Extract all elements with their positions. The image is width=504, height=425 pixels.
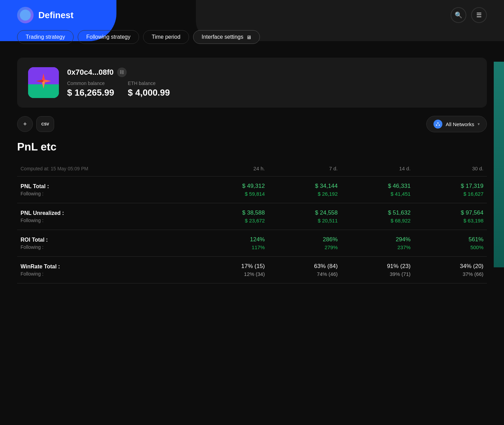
row-value-cell: 63% (84) 74% (46) xyxy=(268,257,341,283)
row-value-cell: $ 97,564 $ 63,198 xyxy=(414,203,487,230)
value-main: $ 46,331 xyxy=(388,183,411,190)
balance-row: Common balance $ 16,265.99 ETH balance $… xyxy=(67,81,170,98)
value-main: 294% xyxy=(396,236,411,243)
value-sub: 279% xyxy=(325,244,338,250)
row-label-main: PNL Unrealized : xyxy=(21,210,192,216)
row-value-cell: 561% 500% xyxy=(414,230,487,257)
external-link-icon: ⛓ xyxy=(119,70,124,75)
value-sub: $ 26,192 xyxy=(318,191,338,197)
value-main: 63% (84) xyxy=(314,263,338,270)
value-main: 91% (23) xyxy=(387,263,411,270)
plus-icon: + xyxy=(23,121,27,128)
csv-export-button[interactable]: CSV xyxy=(36,116,54,132)
computed-label: Computed at: 15 May 05:09 PM xyxy=(21,166,88,171)
row-label-sub: Following : xyxy=(21,218,192,223)
add-button[interactable]: + xyxy=(17,116,33,132)
search-button[interactable]: 🔍 xyxy=(451,7,466,23)
tab-interface-settings[interactable]: Interface settings 🖥 xyxy=(193,30,260,44)
row-label-sub: Following : xyxy=(21,191,192,196)
value-sub: $ 16,627 xyxy=(464,191,483,197)
row-value-cell: 91% (23) 39% (71) xyxy=(341,257,414,283)
header-right: 🔍 ☰ xyxy=(451,7,487,23)
wallet-address: 0x70c4...08f0 xyxy=(67,68,114,77)
col-header-24h: 24 h. xyxy=(196,160,268,177)
row-value-cell: 34% (20) 37% (66) xyxy=(414,257,487,283)
row-value-cell: $ 49,312 $ 59,814 xyxy=(196,177,268,203)
network-selector[interactable]: All Networks ▾ xyxy=(426,116,487,132)
link-icon[interactable]: ⛓ xyxy=(117,68,127,77)
row-label-sub: Following : xyxy=(21,244,192,250)
value-sub: $ 23,672 xyxy=(245,218,265,223)
app-logo[interactable] xyxy=(17,7,34,23)
value-main: $ 34,144 xyxy=(315,183,338,190)
value-main: $ 97,564 xyxy=(461,209,483,216)
wallet-info: 0x70c4...08f0 ⛓ Common balance $ 16,265.… xyxy=(67,68,170,98)
csv-icon: CSV xyxy=(41,122,49,126)
row-value-cell: 286% 279% xyxy=(268,230,341,257)
table-row: PNL Total : Following : $ 49,312 $ 59,81… xyxy=(17,177,487,203)
value-sub: 37% (66) xyxy=(463,271,483,277)
tab-interface-settings-label: Interface settings xyxy=(202,34,243,40)
nav-tabs: Trading strategy Following strategy Time… xyxy=(0,30,504,51)
table-row: PNL Unrealized : Following : $ 38,588 $ … xyxy=(17,203,487,230)
row-value-cell: 17% (15) 12% (34) xyxy=(196,257,268,283)
value-sub: 117% xyxy=(252,244,265,250)
value-main: $ 51,632 xyxy=(388,209,411,216)
wallet-avatar xyxy=(28,67,59,98)
value-main: 17% (15) xyxy=(241,263,265,270)
section-title: PnL etc xyxy=(17,141,487,153)
value-main: $ 24,558 xyxy=(315,209,338,216)
value-sub: $ 41,451 xyxy=(391,191,411,197)
row-label-sub: Following : xyxy=(21,271,192,277)
toolbar-row: + CSV All Networks ▾ xyxy=(17,116,487,132)
value-sub: $ 20,511 xyxy=(318,218,338,223)
table-row: ROI Total : Following : 124% 117% 286% 2… xyxy=(17,230,487,257)
common-balance-value: $ 16,265.99 xyxy=(67,87,114,98)
interface-settings-icon: 🖥 xyxy=(246,34,251,40)
row-label-main: WinRate Total : xyxy=(21,264,192,270)
eth-balance: ETH balance $ 4,000.99 xyxy=(128,81,170,98)
value-main: 286% xyxy=(323,236,338,243)
value-main: $ 49,312 xyxy=(242,183,265,190)
svg-point-15 xyxy=(437,122,439,124)
menu-button[interactable]: ☰ xyxy=(471,7,487,23)
value-main: 124% xyxy=(250,236,265,243)
svg-point-16 xyxy=(436,124,437,126)
row-value-cell: 124% 117% xyxy=(196,230,268,257)
eth-balance-label: ETH balance xyxy=(128,81,170,86)
row-value-cell: $ 46,331 $ 41,451 xyxy=(341,177,414,203)
row-label-main: ROI Total : xyxy=(21,237,192,243)
row-value-cell: $ 38,588 $ 23,672 xyxy=(196,203,268,230)
app-title: Definest xyxy=(38,10,74,21)
tab-trading-strategy-label: Trading strategy xyxy=(26,34,65,40)
value-main: $ 38,588 xyxy=(242,209,265,216)
network-icon xyxy=(433,120,442,129)
common-balance-label: Common balance xyxy=(67,81,114,86)
svg-point-17 xyxy=(439,124,440,126)
row-label-cell-3: WinRate Total : Following : xyxy=(17,257,196,283)
table-body: PNL Total : Following : $ 49,312 $ 59,81… xyxy=(17,177,487,283)
svg-marker-12 xyxy=(36,80,43,83)
col-header-30d: 30 d. xyxy=(414,160,487,177)
svg-point-0 xyxy=(20,10,31,21)
toolbar-left: + CSV xyxy=(17,116,54,132)
tab-trading-strategy[interactable]: Trading strategy xyxy=(17,30,74,44)
row-value-cell: $ 51,632 $ 68,922 xyxy=(341,203,414,230)
value-sub: 237% xyxy=(398,244,411,250)
value-sub: $ 59,814 xyxy=(245,191,265,197)
tab-time-period-label: Time period xyxy=(152,34,180,40)
value-main: 34% (20) xyxy=(460,263,483,270)
row-label-cell-1: PNL Unrealized : Following : xyxy=(17,203,196,230)
value-sub: 74% (46) xyxy=(317,271,338,277)
tab-following-strategy[interactable]: Following strategy xyxy=(78,30,139,44)
row-value-cell: 294% 237% xyxy=(341,230,414,257)
svg-marker-13 xyxy=(43,80,51,83)
table-row: WinRate Total : Following : 17% (15) 12%… xyxy=(17,257,487,283)
tab-time-period[interactable]: Time period xyxy=(143,30,189,44)
menu-icon: ☰ xyxy=(476,11,482,19)
svg-marker-11 xyxy=(42,81,45,89)
common-balance: Common balance $ 16,265.99 xyxy=(67,81,114,98)
row-label-cell-0: PNL Total : Following : xyxy=(17,177,196,203)
table-header-row: Computed at: 15 May 05:09 PM 24 h. 7 d. … xyxy=(17,160,487,177)
tab-following-strategy-label: Following strategy xyxy=(86,34,130,40)
